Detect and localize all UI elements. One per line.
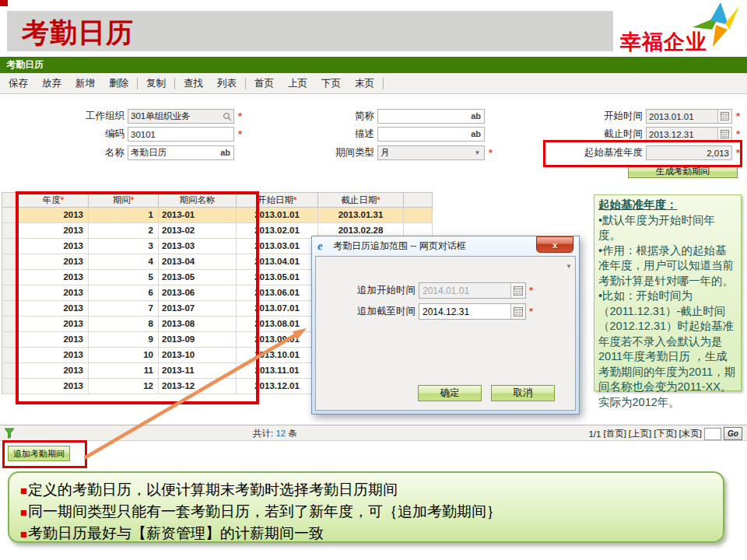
multilang-ab-marker: ab <box>471 111 481 121</box>
start-time-input[interactable] <box>646 109 732 124</box>
table-cell: 2013-08 <box>159 317 237 332</box>
end-time-input[interactable] <box>646 127 732 142</box>
list-button[interactable]: 列表 <box>210 77 244 90</box>
ie-browser-icon: e <box>317 240 329 252</box>
pagination: 1/1[首页][上页][下页][末页]Go <box>588 427 742 440</box>
row-selector[interactable] <box>2 379 19 394</box>
row-selector[interactable] <box>2 301 19 317</box>
short-name-input[interactable]: ab <box>377 109 485 124</box>
column-header[interactable]: 开始日期* <box>237 192 318 208</box>
description-label: 描述 <box>289 127 374 142</box>
period-type-required: * <box>489 145 493 160</box>
bullet-square-icon: ■ <box>20 484 27 497</box>
summary-bullet-line: ■考勤日历最好与【薪资管理】的计薪期间一致 <box>20 523 712 544</box>
prev-page-button[interactable]: 上页 <box>281 77 314 90</box>
generate-periods-button[interactable]: 生成考勤期间 <box>628 165 738 178</box>
last-page-link[interactable]: [末页] <box>679 428 702 439</box>
row-selector[interactable] <box>2 317 19 332</box>
pinwheel-logo-icon <box>688 2 742 51</box>
calendar-icon[interactable] <box>717 110 731 123</box>
table-cell: 2013-12 <box>159 379 237 394</box>
column-header[interactable]: 期间名称 <box>159 192 237 208</box>
row-selector[interactable] <box>2 208 19 223</box>
toolbar-separator <box>174 78 175 89</box>
column-header[interactable]: 年度* <box>19 192 89 208</box>
row-selector[interactable] <box>2 348 19 363</box>
next-page-button[interactable]: 下页 <box>314 77 348 90</box>
table-cell: 2013 <box>19 317 89 332</box>
dialog-title-bar: e 考勤日历追加范围 -- 网页对话框 x <box>315 236 576 256</box>
note-line: •比如：开始时间为（2011.12.31）-截止时间（2012.12.31）时起… <box>598 289 737 410</box>
table-cell: 2013.01.01 <box>237 208 318 223</box>
prev-page-link[interactable]: [上页] <box>629 428 651 439</box>
dialog-title: 考勤日历追加范围 -- 网页对话框 <box>333 240 466 253</box>
table-cell: 2013-09 <box>159 332 237 348</box>
base-year-input[interactable] <box>646 145 732 160</box>
short-name-label: 简称 <box>289 109 374 124</box>
search-icon[interactable] <box>220 110 233 123</box>
filter-funnel-icon[interactable] <box>4 428 15 440</box>
period-type-select[interactable]: ▼ <box>377 145 485 160</box>
code-input[interactable] <box>128 127 234 142</box>
start-time-required: * <box>736 109 740 124</box>
table-cell: 5 <box>89 270 159 285</box>
cancel-button[interactable]: 取消 <box>491 385 555 401</box>
delete-button[interactable]: 删除 <box>102 77 135 90</box>
base-year-label: 起始基准年度 <box>557 145 643 160</box>
record-count: 共计: 12 条 <box>253 428 297 439</box>
row-selector[interactable] <box>2 285 19 301</box>
column-header[interactable]: 截止日期* <box>318 192 404 208</box>
first-page-button[interactable]: 首页 <box>247 77 281 90</box>
work-org-input[interactable] <box>128 109 234 124</box>
table-cell: 2013-02 <box>159 223 237 239</box>
goto-page-input[interactable] <box>704 428 721 440</box>
row-selector[interactable] <box>2 270 19 285</box>
row-selector[interactable] <box>2 254 19 270</box>
close-icon[interactable]: x <box>536 236 573 253</box>
note-line: •默认年度为开始时间年度。 <box>598 213 737 243</box>
row-selector[interactable] <box>2 223 19 239</box>
ok-button[interactable]: 确定 <box>418 385 482 401</box>
calendar-icon[interactable] <box>510 283 525 298</box>
page-title: 考勤日历 <box>22 15 134 51</box>
end-time-required: * <box>736 127 740 142</box>
table-cell: 2013-06 <box>159 285 237 301</box>
find-button[interactable]: 查找 <box>177 77 210 90</box>
row-selector-header <box>2 192 19 208</box>
calendar-icon[interactable] <box>717 128 731 141</box>
name-input[interactable]: ab <box>128 145 234 160</box>
dialog-date-input[interactable]: 2014.12.31 <box>419 303 526 320</box>
description-input[interactable]: ab <box>377 127 485 142</box>
table-cell: 2013 <box>19 270 89 285</box>
grid-status-bar: 共计: 12 条 1/1[首页][上页][下页][末页]Go <box>0 425 747 441</box>
table-cell: 2013-04 <box>159 254 237 270</box>
row-selector[interactable] <box>2 239 19 254</box>
table-row[interactable]: 201312013-012013.01.012013.01.31 <box>2 208 433 223</box>
add-button[interactable]: 新增 <box>68 77 102 90</box>
table-cell: 2013-07 <box>159 301 237 317</box>
last-page-button[interactable]: 末页 <box>348 77 381 90</box>
discard-button[interactable]: 放弃 <box>35 77 68 90</box>
dialog-field-row: 追加开始时间2014.01.01* <box>316 282 533 299</box>
base-year-required: * <box>736 145 740 160</box>
table-cell: 2013.06.01 <box>237 285 318 301</box>
chevron-down-icon[interactable]: ▼ <box>471 146 484 159</box>
table-cell: 2013.05.01 <box>237 270 318 285</box>
scrollbar-arrow-icon[interactable]: ▼ <box>566 263 572 270</box>
next-page-link[interactable]: [下页] <box>654 428 676 439</box>
save-button[interactable]: 保存 <box>2 77 35 90</box>
summary-note-panel: ■定义的考勤日历，以便计算期末考勤时选择考勤日历期间■同一期间类型只能有一套考勤… <box>8 471 724 543</box>
go-button[interactable]: Go <box>724 427 742 440</box>
table-cell: 10 <box>89 348 159 363</box>
base-year-note-panel: 起始基准年度：•默认年度为开始时间年度。•作用：根据录入的起始基准年度，用户可以… <box>594 194 742 391</box>
table-cell: 2013.12.01 <box>237 379 318 394</box>
row-selector[interactable] <box>2 332 19 348</box>
first-page-link[interactable]: [首页] <box>603 428 626 439</box>
calendar-icon[interactable] <box>510 304 525 319</box>
row-selector[interactable] <box>2 363 19 379</box>
copy-button[interactable]: 复制 <box>139 77 173 90</box>
column-header[interactable]: 期间* <box>89 192 159 208</box>
note-title: 起始基准年度： <box>598 198 737 213</box>
table-cell: 2013 <box>19 363 89 379</box>
append-periods-button[interactable]: 追加考勤期间 <box>8 446 70 461</box>
